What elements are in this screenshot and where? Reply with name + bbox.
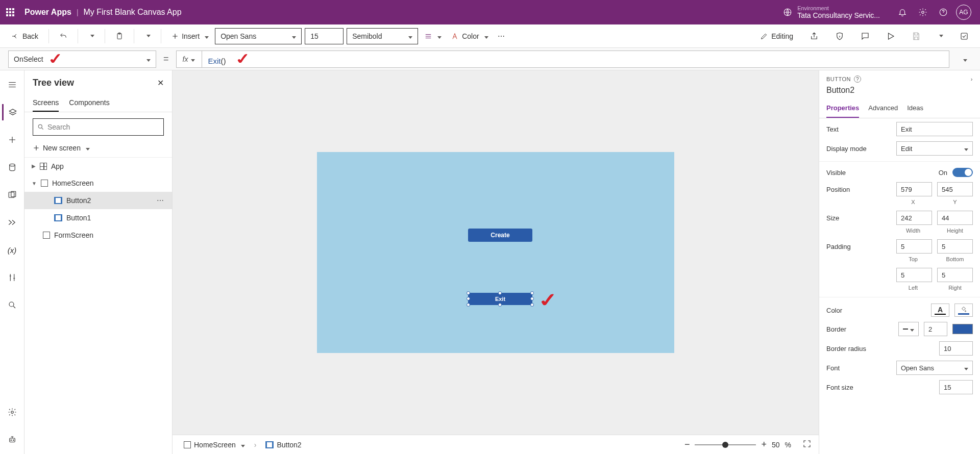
fill-color-picker[interactable]	[954, 304, 973, 317]
font-weight-dropdown[interactable]: Semibold	[347, 28, 418, 44]
tab-ideas[interactable]: Ideas	[907, 100, 923, 118]
resize-handle[interactable]	[530, 303, 534, 307]
element-name: Button2	[819, 86, 980, 100]
expand-formula-button[interactable]	[957, 55, 972, 63]
waffle-icon[interactable]	[6, 8, 14, 16]
fx-icon: fx	[177, 51, 202, 67]
settings-rail-icon[interactable]	[2, 404, 22, 420]
tree-view-icon[interactable]	[2, 104, 22, 120]
variables-icon[interactable]: (x)	[2, 242, 22, 258]
font-size-input[interactable]: 15	[305, 28, 344, 44]
font-family-dropdown[interactable]: Open Sans	[215, 28, 302, 44]
more-button[interactable]: ⋯	[495, 30, 508, 42]
position-y-input[interactable]: 545	[937, 182, 973, 196]
undo-button[interactable]	[56, 30, 70, 42]
collapse-panel-icon[interactable]: ›	[971, 76, 973, 82]
padding-bottom-input[interactable]: 5	[937, 239, 973, 254]
search-rail-icon[interactable]	[2, 297, 22, 313]
virtual-agent-icon[interactable]	[2, 432, 22, 448]
search-input[interactable]: Search	[33, 118, 164, 136]
tab-advanced[interactable]: Advanced	[868, 100, 898, 118]
formula-input[interactable]: fx Exit() ✓	[176, 51, 949, 68]
align-button[interactable]	[421, 30, 445, 42]
help-icon[interactable]	[933, 8, 953, 17]
save-icon[interactable]	[909, 30, 924, 43]
breadcrumb-element[interactable]: Button2	[261, 439, 305, 450]
user-avatar[interactable]: AG	[953, 5, 974, 20]
height-input[interactable]: 44	[937, 211, 973, 225]
notifications-icon[interactable]	[892, 8, 913, 17]
canvas-create-button[interactable]: Create	[468, 229, 532, 242]
tree-node-app[interactable]: ▶ App	[24, 157, 172, 174]
data-icon[interactable]	[2, 159, 22, 175]
app-checker-icon[interactable]	[832, 30, 847, 43]
breadcrumb-screen[interactable]: HomeScreen	[180, 439, 249, 450]
undo-dropdown[interactable]	[85, 33, 97, 39]
insert-button[interactable]: Insert	[168, 30, 212, 42]
svg-rect-11	[9, 438, 15, 442]
display-mode-dropdown[interactable]: Edit	[896, 141, 973, 156]
tree-node-formscreen[interactable]: FormScreen	[24, 226, 172, 244]
zoom-in-button[interactable]: +	[761, 439, 767, 450]
border-radius-label: Border radius	[826, 345, 934, 352]
border-radius-input[interactable]: 10	[939, 341, 973, 356]
resize-handle[interactable]	[498, 303, 502, 307]
border-color-swatch[interactable]	[952, 324, 973, 334]
paste-button[interactable]	[112, 30, 127, 42]
paste-dropdown[interactable]	[141, 33, 154, 39]
fit-to-screen-icon[interactable]	[802, 439, 812, 450]
zoom-slider[interactable]	[695, 444, 756, 445]
property-selector[interactable]: OnSelect ✓	[8, 51, 156, 68]
border-width-input[interactable]: 2	[924, 322, 947, 336]
tree-node-button2[interactable]: Button2 ⋯	[24, 192, 172, 209]
border-style-dropdown[interactable]	[898, 322, 919, 336]
resize-handle[interactable]	[467, 291, 470, 295]
save-dropdown[interactable]	[934, 33, 946, 39]
font-color-button[interactable]: Color	[448, 30, 491, 42]
environment-selector[interactable]: Environment Tata Consultancy Servic...	[783, 6, 880, 19]
font-color-picker[interactable]: A	[931, 304, 949, 317]
insert-rail-icon[interactable]	[2, 132, 22, 148]
font-dropdown[interactable]: Open Sans	[896, 361, 973, 375]
new-screen-button[interactable]: New screen	[24, 141, 172, 157]
font-size-input[interactable]: 15	[939, 380, 973, 394]
resize-handle[interactable]	[498, 291, 502, 295]
settings-icon[interactable]	[913, 8, 933, 17]
tab-properties[interactable]: Properties	[826, 100, 859, 118]
share-icon[interactable]	[806, 30, 822, 43]
button-icon	[54, 214, 62, 221]
text-input[interactable]: Exit	[896, 122, 973, 136]
tab-components[interactable]: Components	[69, 94, 109, 112]
zoom-out-button[interactable]: −	[684, 439, 690, 450]
padding-label: Padding	[826, 243, 891, 250]
canvas-screen[interactable]: Create Exit ✓	[317, 152, 674, 353]
resize-handle[interactable]	[467, 303, 470, 307]
tree-node-homescreen[interactable]: ▼ HomeScreen	[24, 174, 172, 192]
padding-left-input[interactable]: 5	[896, 268, 932, 282]
comments-icon[interactable]	[857, 30, 873, 43]
power-automate-icon[interactable]	[2, 214, 22, 231]
width-input[interactable]: 242	[896, 211, 932, 225]
publish-icon[interactable]	[957, 30, 972, 43]
close-panel-icon[interactable]: ✕	[157, 78, 164, 88]
border-label: Border	[826, 325, 893, 333]
plus-icon	[172, 33, 179, 40]
back-button[interactable]: Back	[8, 30, 41, 42]
position-x-input[interactable]: 579	[896, 182, 932, 196]
preview-icon[interactable]	[883, 30, 898, 43]
editing-mode-button[interactable]: Editing	[757, 30, 796, 42]
resize-handle[interactable]	[467, 297, 470, 300]
advanced-tools-icon[interactable]	[2, 269, 22, 286]
padding-top-input[interactable]: 5	[896, 239, 932, 254]
resize-handle[interactable]	[530, 291, 534, 295]
visible-toggle[interactable]	[952, 168, 973, 177]
hamburger-icon[interactable]	[2, 77, 22, 93]
more-options-icon[interactable]: ⋯	[157, 196, 165, 205]
tree-node-button1[interactable]: Button1	[24, 209, 172, 226]
tab-screens[interactable]: Screens	[33, 94, 59, 112]
pencil-icon	[760, 32, 768, 40]
padding-right-input[interactable]: 5	[937, 268, 973, 282]
media-icon[interactable]	[2, 187, 22, 203]
resize-handle[interactable]	[530, 297, 534, 300]
help-badge[interactable]: ?	[854, 75, 861, 83]
